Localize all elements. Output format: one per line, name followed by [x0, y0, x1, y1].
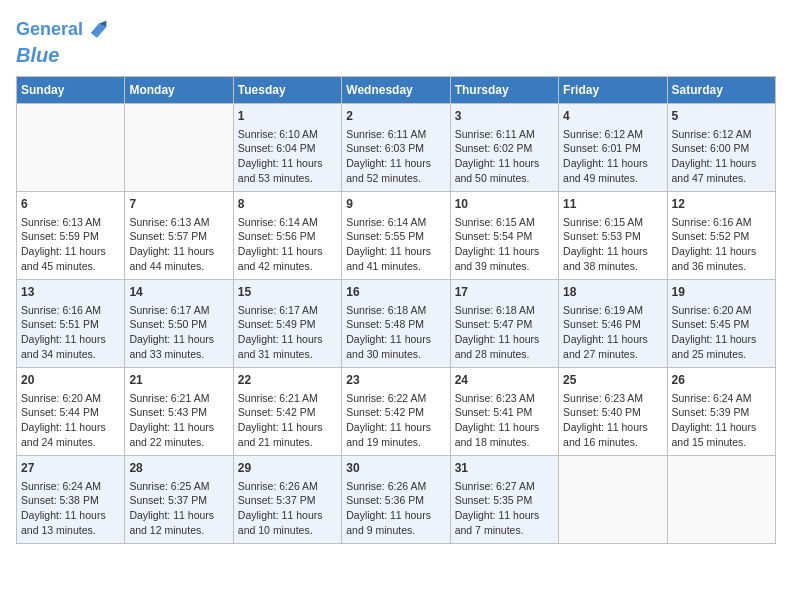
- day-info: Sunset: 5:53 PM: [563, 229, 662, 244]
- day-info: Sunset: 5:51 PM: [21, 317, 120, 332]
- day-number: 17: [455, 284, 554, 301]
- day-info: Daylight: 11 hours and 34 minutes.: [21, 332, 120, 361]
- calendar-cell: 16Sunrise: 6:18 AMSunset: 5:48 PMDayligh…: [342, 280, 450, 368]
- day-info: Sunset: 6:01 PM: [563, 141, 662, 156]
- calendar-cell: 30Sunrise: 6:26 AMSunset: 5:36 PMDayligh…: [342, 456, 450, 544]
- day-info: Sunset: 5:37 PM: [129, 493, 228, 508]
- calendar-cell: 9Sunrise: 6:14 AMSunset: 5:55 PMDaylight…: [342, 192, 450, 280]
- calendar-cell: 6Sunrise: 6:13 AMSunset: 5:59 PMDaylight…: [17, 192, 125, 280]
- day-info: Daylight: 11 hours and 18 minutes.: [455, 420, 554, 449]
- calendar-cell: 28Sunrise: 6:25 AMSunset: 5:37 PMDayligh…: [125, 456, 233, 544]
- day-info: Sunset: 5:37 PM: [238, 493, 337, 508]
- day-number: 20: [21, 372, 120, 389]
- calendar-cell: 31Sunrise: 6:27 AMSunset: 5:35 PMDayligh…: [450, 456, 558, 544]
- calendar-week-2: 6Sunrise: 6:13 AMSunset: 5:59 PMDaylight…: [17, 192, 776, 280]
- day-info: Daylight: 11 hours and 41 minutes.: [346, 244, 445, 273]
- day-info: Sunset: 5:44 PM: [21, 405, 120, 420]
- calendar-cell: 8Sunrise: 6:14 AMSunset: 5:56 PMDaylight…: [233, 192, 341, 280]
- logo: General Blue: [16, 16, 111, 66]
- day-info: Sunset: 5:42 PM: [346, 405, 445, 420]
- day-info: Daylight: 11 hours and 36 minutes.: [672, 244, 771, 273]
- day-info: Daylight: 11 hours and 38 minutes.: [563, 244, 662, 273]
- day-info: Daylight: 11 hours and 10 minutes.: [238, 508, 337, 537]
- day-info: Daylight: 11 hours and 49 minutes.: [563, 156, 662, 185]
- day-info: Daylight: 11 hours and 33 minutes.: [129, 332, 228, 361]
- calendar-body: 1Sunrise: 6:10 AMSunset: 6:04 PMDaylight…: [17, 104, 776, 544]
- day-info: Sunrise: 6:24 AM: [21, 479, 120, 494]
- calendar-cell: 4Sunrise: 6:12 AMSunset: 6:01 PMDaylight…: [559, 104, 667, 192]
- day-info: Sunrise: 6:13 AM: [21, 215, 120, 230]
- day-info: Sunset: 5:36 PM: [346, 493, 445, 508]
- calendar-table: SundayMondayTuesdayWednesdayThursdayFrid…: [16, 76, 776, 544]
- day-info: Sunrise: 6:13 AM: [129, 215, 228, 230]
- calendar-cell: [17, 104, 125, 192]
- calendar-header-row: SundayMondayTuesdayWednesdayThursdayFrid…: [17, 77, 776, 104]
- day-info: Sunrise: 6:12 AM: [563, 127, 662, 142]
- day-number: 2: [346, 108, 445, 125]
- calendar-cell: 24Sunrise: 6:23 AMSunset: 5:41 PMDayligh…: [450, 368, 558, 456]
- day-number: 12: [672, 196, 771, 213]
- day-info: Sunset: 6:00 PM: [672, 141, 771, 156]
- day-info: Sunset: 5:38 PM: [21, 493, 120, 508]
- calendar-cell: 27Sunrise: 6:24 AMSunset: 5:38 PMDayligh…: [17, 456, 125, 544]
- day-info: Daylight: 11 hours and 42 minutes.: [238, 244, 337, 273]
- day-info: Sunrise: 6:16 AM: [672, 215, 771, 230]
- day-info: Sunrise: 6:20 AM: [672, 303, 771, 318]
- day-number: 27: [21, 460, 120, 477]
- day-number: 23: [346, 372, 445, 389]
- day-info: Sunset: 6:03 PM: [346, 141, 445, 156]
- day-info: Sunrise: 6:22 AM: [346, 391, 445, 406]
- day-info: Sunset: 5:39 PM: [672, 405, 771, 420]
- day-info: Sunrise: 6:24 AM: [672, 391, 771, 406]
- day-info: Sunrise: 6:18 AM: [455, 303, 554, 318]
- day-info: Sunrise: 6:15 AM: [455, 215, 554, 230]
- calendar-cell: 1Sunrise: 6:10 AMSunset: 6:04 PMDaylight…: [233, 104, 341, 192]
- calendar-week-3: 13Sunrise: 6:16 AMSunset: 5:51 PMDayligh…: [17, 280, 776, 368]
- calendar-cell: 14Sunrise: 6:17 AMSunset: 5:50 PMDayligh…: [125, 280, 233, 368]
- calendar-cell: 11Sunrise: 6:15 AMSunset: 5:53 PMDayligh…: [559, 192, 667, 280]
- day-header-saturday: Saturday: [667, 77, 775, 104]
- calendar-cell: 18Sunrise: 6:19 AMSunset: 5:46 PMDayligh…: [559, 280, 667, 368]
- calendar-cell: [559, 456, 667, 544]
- day-info: Sunset: 5:40 PM: [563, 405, 662, 420]
- day-info: Sunset: 5:56 PM: [238, 229, 337, 244]
- day-info: Sunset: 5:45 PM: [672, 317, 771, 332]
- day-info: Sunset: 5:46 PM: [563, 317, 662, 332]
- day-number: 11: [563, 196, 662, 213]
- day-number: 9: [346, 196, 445, 213]
- day-number: 10: [455, 196, 554, 213]
- day-number: 6: [21, 196, 120, 213]
- day-info: Daylight: 11 hours and 50 minutes.: [455, 156, 554, 185]
- day-info: Sunset: 5:57 PM: [129, 229, 228, 244]
- day-info: Daylight: 11 hours and 16 minutes.: [563, 420, 662, 449]
- day-info: Sunset: 5:50 PM: [129, 317, 228, 332]
- day-info: Sunset: 5:35 PM: [455, 493, 554, 508]
- day-info: Sunrise: 6:19 AM: [563, 303, 662, 318]
- day-header-wednesday: Wednesday: [342, 77, 450, 104]
- calendar-cell: 15Sunrise: 6:17 AMSunset: 5:49 PMDayligh…: [233, 280, 341, 368]
- day-info: Sunset: 5:41 PM: [455, 405, 554, 420]
- day-info: Daylight: 11 hours and 25 minutes.: [672, 332, 771, 361]
- calendar-cell: 2Sunrise: 6:11 AMSunset: 6:03 PMDaylight…: [342, 104, 450, 192]
- day-number: 3: [455, 108, 554, 125]
- day-info: Sunset: 5:43 PM: [129, 405, 228, 420]
- day-info: Daylight: 11 hours and 39 minutes.: [455, 244, 554, 273]
- day-info: Sunrise: 6:20 AM: [21, 391, 120, 406]
- calendar-cell: 21Sunrise: 6:21 AMSunset: 5:43 PMDayligh…: [125, 368, 233, 456]
- day-info: Sunrise: 6:21 AM: [129, 391, 228, 406]
- calendar-cell: 22Sunrise: 6:21 AMSunset: 5:42 PMDayligh…: [233, 368, 341, 456]
- day-info: Daylight: 11 hours and 21 minutes.: [238, 420, 337, 449]
- calendar-cell: 26Sunrise: 6:24 AMSunset: 5:39 PMDayligh…: [667, 368, 775, 456]
- day-info: Sunrise: 6:25 AM: [129, 479, 228, 494]
- day-header-sunday: Sunday: [17, 77, 125, 104]
- day-info: Sunrise: 6:11 AM: [346, 127, 445, 142]
- day-info: Daylight: 11 hours and 24 minutes.: [21, 420, 120, 449]
- day-info: Sunrise: 6:16 AM: [21, 303, 120, 318]
- day-info: Sunset: 5:55 PM: [346, 229, 445, 244]
- day-info: Sunset: 5:52 PM: [672, 229, 771, 244]
- calendar-cell: 12Sunrise: 6:16 AMSunset: 5:52 PMDayligh…: [667, 192, 775, 280]
- day-info: Daylight: 11 hours and 9 minutes.: [346, 508, 445, 537]
- day-info: Sunrise: 6:23 AM: [455, 391, 554, 406]
- day-info: Daylight: 11 hours and 28 minutes.: [455, 332, 554, 361]
- day-number: 8: [238, 196, 337, 213]
